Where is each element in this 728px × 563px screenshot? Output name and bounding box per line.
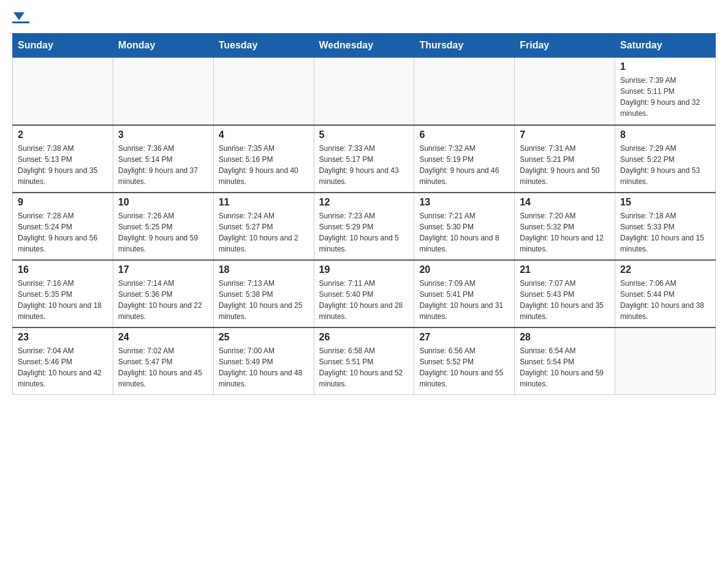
day-number: 20: [419, 264, 509, 275]
calendar-cell: 27Sunrise: 6:56 AMSunset: 5:52 PMDayligh…: [414, 327, 515, 395]
day-info: Sunrise: 7:14 AMSunset: 5:36 PMDaylight:…: [118, 278, 208, 322]
day-info: Sunrise: 7:31 AMSunset: 5:21 PMDaylight:…: [520, 143, 610, 187]
calendar-cell: 18Sunrise: 7:13 AMSunset: 5:38 PMDayligh…: [213, 260, 314, 327]
day-number: 14: [520, 197, 610, 208]
calendar-cell: 14Sunrise: 7:20 AMSunset: 5:32 PMDayligh…: [515, 193, 615, 260]
day-info: Sunrise: 7:28 AMSunset: 5:24 PMDaylight:…: [18, 210, 108, 255]
calendar-cell: 2Sunrise: 7:38 AMSunset: 5:13 PMDaylight…: [13, 125, 113, 193]
page-header: [12, 12, 716, 23]
weekday-header-friday: Friday: [515, 34, 615, 58]
day-number: 28: [520, 332, 610, 343]
calendar-week-row: 1Sunrise: 7:39 AMSunset: 5:11 PMDaylight…: [13, 58, 716, 125]
calendar-cell: [13, 58, 113, 125]
day-info: Sunrise: 7:16 AMSunset: 5:35 PMDaylight:…: [18, 278, 108, 322]
calendar-cell: 19Sunrise: 7:11 AMSunset: 5:40 PMDayligh…: [314, 260, 414, 327]
weekday-header-saturday: Saturday: [615, 34, 716, 58]
day-number: 27: [419, 332, 509, 343]
day-info: Sunrise: 7:24 AMSunset: 5:27 PMDaylight:…: [219, 210, 309, 255]
calendar-cell: 24Sunrise: 7:02 AMSunset: 5:47 PMDayligh…: [113, 327, 213, 395]
calendar-cell: 13Sunrise: 7:21 AMSunset: 5:30 PMDayligh…: [414, 193, 515, 260]
day-number: 15: [620, 197, 710, 208]
day-number: 18: [219, 264, 309, 275]
day-info: Sunrise: 7:07 AMSunset: 5:43 PMDaylight:…: [520, 278, 610, 322]
calendar-header-row: SundayMondayTuesdayWednesdayThursdayFrid…: [13, 34, 716, 58]
day-info: Sunrise: 7:00 AMSunset: 5:49 PMDaylight:…: [219, 345, 309, 389]
day-info: Sunrise: 7:35 AMSunset: 5:16 PMDaylight:…: [219, 143, 309, 187]
day-info: Sunrise: 7:20 AMSunset: 5:32 PMDaylight:…: [520, 210, 610, 255]
calendar-cell: 8Sunrise: 7:29 AMSunset: 5:22 PMDaylight…: [615, 125, 716, 193]
calendar-cell: 20Sunrise: 7:09 AMSunset: 5:41 PMDayligh…: [414, 260, 515, 327]
day-number: 6: [419, 129, 509, 140]
weekday-header-wednesday: Wednesday: [314, 34, 414, 58]
day-info: Sunrise: 7:09 AMSunset: 5:41 PMDaylight:…: [419, 278, 509, 322]
day-info: Sunrise: 7:21 AMSunset: 5:30 PMDaylight:…: [419, 210, 509, 255]
calendar-cell: 11Sunrise: 7:24 AMSunset: 5:27 PMDayligh…: [213, 193, 314, 260]
day-number: 26: [319, 332, 409, 343]
day-number: 10: [118, 197, 208, 208]
day-number: 1: [620, 61, 710, 72]
day-number: 9: [18, 197, 108, 208]
weekday-header-thursday: Thursday: [414, 34, 515, 58]
calendar-week-row: 16Sunrise: 7:16 AMSunset: 5:35 PMDayligh…: [13, 260, 716, 327]
day-info: Sunrise: 7:02 AMSunset: 5:47 PMDaylight:…: [118, 345, 208, 389]
day-number: 12: [319, 197, 409, 208]
calendar-cell: [515, 58, 615, 125]
day-info: Sunrise: 6:56 AMSunset: 5:52 PMDaylight:…: [419, 345, 509, 389]
day-info: Sunrise: 7:38 AMSunset: 5:13 PMDaylight:…: [18, 143, 108, 187]
calendar-cell: 6Sunrise: 7:32 AMSunset: 5:19 PMDaylight…: [414, 125, 515, 193]
weekday-header-sunday: Sunday: [13, 34, 113, 58]
calendar-cell: 26Sunrise: 6:58 AMSunset: 5:51 PMDayligh…: [314, 327, 414, 395]
calendar-cell: 22Sunrise: 7:06 AMSunset: 5:44 PMDayligh…: [615, 260, 716, 327]
day-number: 3: [118, 129, 208, 140]
calendar-cell: 5Sunrise: 7:33 AMSunset: 5:17 PMDaylight…: [314, 125, 414, 193]
calendar-cell: 15Sunrise: 7:18 AMSunset: 5:33 PMDayligh…: [615, 193, 716, 260]
calendar-cell: 17Sunrise: 7:14 AMSunset: 5:36 PMDayligh…: [113, 260, 213, 327]
calendar-cell: 23Sunrise: 7:04 AMSunset: 5:46 PMDayligh…: [13, 327, 113, 395]
calendar-cell: [414, 58, 515, 125]
day-number: 8: [620, 129, 710, 140]
day-info: Sunrise: 7:33 AMSunset: 5:17 PMDaylight:…: [319, 143, 409, 187]
calendar-cell: 4Sunrise: 7:35 AMSunset: 5:16 PMDaylight…: [213, 125, 314, 193]
logo: [12, 12, 32, 23]
day-number: 22: [620, 264, 710, 275]
day-info: Sunrise: 7:23 AMSunset: 5:29 PMDaylight:…: [319, 210, 409, 255]
calendar-cell: 12Sunrise: 7:23 AMSunset: 5:29 PMDayligh…: [314, 193, 414, 260]
calendar-cell: 10Sunrise: 7:26 AMSunset: 5:25 PMDayligh…: [113, 193, 213, 260]
calendar-cell: 3Sunrise: 7:36 AMSunset: 5:14 PMDaylight…: [113, 125, 213, 193]
calendar-cell: 7Sunrise: 7:31 AMSunset: 5:21 PMDaylight…: [515, 125, 615, 193]
calendar-week-row: 23Sunrise: 7:04 AMSunset: 5:46 PMDayligh…: [13, 327, 716, 395]
day-info: Sunrise: 7:36 AMSunset: 5:14 PMDaylight:…: [118, 143, 208, 187]
calendar-cell: 25Sunrise: 7:00 AMSunset: 5:49 PMDayligh…: [213, 327, 314, 395]
day-info: Sunrise: 7:06 AMSunset: 5:44 PMDaylight:…: [620, 278, 710, 322]
day-info: Sunrise: 7:13 AMSunset: 5:38 PMDaylight:…: [219, 278, 309, 322]
calendar-cell: 1Sunrise: 7:39 AMSunset: 5:11 PMDaylight…: [615, 58, 716, 125]
calendar-cell: [113, 58, 213, 125]
calendar-cell: [314, 58, 414, 125]
day-info: Sunrise: 6:54 AMSunset: 5:54 PMDaylight:…: [520, 345, 610, 389]
calendar-cell: 16Sunrise: 7:16 AMSunset: 5:35 PMDayligh…: [13, 260, 113, 327]
day-number: 24: [118, 332, 208, 343]
day-info: Sunrise: 7:39 AMSunset: 5:11 PMDaylight:…: [620, 75, 710, 119]
calendar-cell: 28Sunrise: 6:54 AMSunset: 5:54 PMDayligh…: [515, 327, 615, 395]
day-info: Sunrise: 7:11 AMSunset: 5:40 PMDaylight:…: [319, 278, 409, 322]
day-number: 25: [219, 332, 309, 343]
calendar-week-row: 9Sunrise: 7:28 AMSunset: 5:24 PMDaylight…: [13, 193, 716, 260]
calendar-cell: 9Sunrise: 7:28 AMSunset: 5:24 PMDaylight…: [13, 193, 113, 260]
weekday-header-monday: Monday: [113, 34, 213, 58]
day-info: Sunrise: 7:26 AMSunset: 5:25 PMDaylight:…: [118, 210, 208, 255]
day-number: 13: [419, 197, 509, 208]
day-number: 17: [118, 264, 208, 275]
calendar-table: SundayMondayTuesdayWednesdayThursdayFrid…: [12, 33, 716, 395]
calendar-cell: 21Sunrise: 7:07 AMSunset: 5:43 PMDayligh…: [515, 260, 615, 327]
calendar-cell: [615, 327, 716, 395]
day-number: 21: [520, 264, 610, 275]
day-number: 7: [520, 129, 610, 140]
weekday-header-tuesday: Tuesday: [213, 34, 314, 58]
calendar-week-row: 2Sunrise: 7:38 AMSunset: 5:13 PMDaylight…: [13, 125, 716, 193]
day-number: 16: [18, 264, 108, 275]
day-info: Sunrise: 6:58 AMSunset: 5:51 PMDaylight:…: [319, 345, 409, 389]
day-info: Sunrise: 7:32 AMSunset: 5:19 PMDaylight:…: [419, 143, 509, 187]
day-number: 11: [219, 197, 309, 208]
logo-triangle-icon: [13, 12, 25, 20]
calendar-cell: [213, 58, 314, 125]
